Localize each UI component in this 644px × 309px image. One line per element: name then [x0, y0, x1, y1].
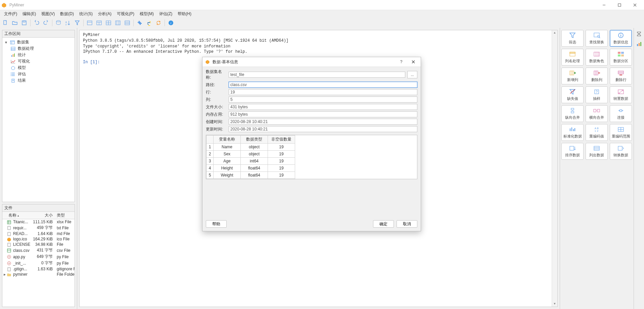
- menu-analysis[interactable]: 分析(A): [95, 10, 114, 17]
- input-file-size[interactable]: [229, 104, 417, 110]
- dialog-close-button[interactable]: [409, 57, 418, 67]
- variables-row[interactable]: 5Weightfloat6419: [206, 172, 295, 179]
- file-row[interactable]: _init_...0 字节py File: [2, 260, 75, 266]
- files-col-name[interactable]: 名称: [4, 213, 16, 218]
- toolbar-save-icon[interactable]: [20, 19, 28, 27]
- toolbar-info-icon[interactable]: i: [167, 19, 175, 27]
- dialog-cancel-button[interactable]: 取消: [397, 220, 417, 228]
- toolbar-template2-icon[interactable]: [95, 19, 103, 27]
- palette-sort-data[interactable]: 排序数据: [561, 143, 584, 160]
- palette-transpose[interactable]: 转置数据: [610, 86, 632, 103]
- toolbar-new-icon[interactable]: [1, 19, 9, 27]
- toolbar-filter-icon[interactable]: [73, 19, 81, 27]
- input-cols[interactable]: [229, 96, 417, 103]
- palette-filter[interactable]: 筛选: [561, 30, 584, 47]
- variables-row[interactable]: 4Heightfloat6419: [206, 165, 295, 172]
- palette-data-info[interactable]: 数据信息: [610, 30, 632, 47]
- input-created[interactable]: [229, 119, 417, 125]
- scroll-up-icon[interactable]: ▲: [552, 30, 557, 36]
- toolbar-plugin-icon[interactable]: [136, 19, 144, 27]
- file-row[interactable]: Titanic...111.15 KiBxlsx File: [2, 219, 75, 225]
- workspace-item-visual[interactable]: 可视化: [3, 58, 74, 65]
- palette-del-row[interactable]: 删除行: [610, 68, 632, 84]
- file-row[interactable]: logo.ico164.29 KiBico File: [2, 236, 75, 242]
- toolbar-open-icon[interactable]: [11, 19, 19, 27]
- workspace-item-stats[interactable]: 统计: [3, 52, 74, 58]
- input-mem-usage[interactable]: [229, 111, 417, 117]
- menu-data[interactable]: 数据(D): [57, 10, 77, 17]
- menu-stats[interactable]: 统计(S): [77, 10, 95, 17]
- chart-icon[interactable]: [635, 40, 643, 48]
- dialog-ok-button[interactable]: 确定: [373, 220, 394, 228]
- var-name: Age: [214, 158, 241, 165]
- files-col-type[interactable]: 类型: [55, 212, 75, 219]
- palette-recode-range[interactable]: 重编码范围: [610, 124, 632, 141]
- palette-standardize[interactable]: 标准化数据: [561, 124, 584, 141]
- palette-transform[interactable]: 转换数据: [610, 143, 632, 160]
- toolbar-database-icon[interactable]: [54, 19, 62, 27]
- window-maximize-button[interactable]: [612, 0, 627, 10]
- toolbar-template1-icon[interactable]: [86, 19, 94, 27]
- file-row[interactable]: requir...459 字节txt File: [2, 225, 75, 231]
- file-row[interactable]: app.py649 字节py File: [2, 254, 75, 260]
- palette-data-partition[interactable]: 数据分区: [610, 49, 632, 66]
- palette-find-replace[interactable]: 查找替换: [586, 30, 608, 47]
- palette-data-role[interactable]: 数据角色: [586, 49, 608, 66]
- palette-hmerge[interactable]: 横向合并: [586, 105, 608, 122]
- variables-row[interactable]: 1Nameobject19: [206, 144, 295, 151]
- toolbar-refresh-icon[interactable]: [154, 19, 163, 27]
- toolbar-grid2-icon[interactable]: [114, 19, 122, 27]
- window-close-button[interactable]: [627, 0, 643, 10]
- palette-add-col[interactable]: 新增列: [561, 68, 584, 84]
- palette-connect[interactable]: 连接: [610, 105, 632, 122]
- browse-button[interactable]: ...: [407, 71, 417, 78]
- toolbar-grid-icon[interactable]: [104, 19, 112, 27]
- palette-vmerge[interactable]: 纵向合并: [561, 105, 584, 122]
- palette-col-name[interactable]: 列名处理: [561, 49, 584, 66]
- file-icon: [7, 243, 12, 247]
- file-row[interactable]: class.csv431 字节csv File: [2, 247, 75, 254]
- workspace-item-eval[interactable]: 评估: [3, 71, 74, 77]
- menu-model[interactable]: 模型(M): [137, 10, 156, 17]
- window-minimize-button[interactable]: [596, 0, 612, 10]
- console-scrollbar[interactable]: ▲ ▼: [552, 30, 557, 307]
- scroll-down-icon[interactable]: ▼: [552, 301, 557, 307]
- toolbar-python-icon[interactable]: [145, 19, 153, 27]
- input-dataset-name[interactable]: [229, 72, 405, 78]
- window-titlebar: PyMiner: [0, 0, 644, 10]
- files-col-size[interactable]: 大小: [32, 212, 55, 219]
- file-row[interactable]: ▸pyminerFile Folder: [2, 272, 75, 277]
- palette-recode-val[interactable]: AB12重编码值: [586, 124, 608, 141]
- workspace-root[interactable]: ▾ 数据集: [3, 39, 74, 45]
- dialog-help-footer-button[interactable]: 帮助: [206, 220, 227, 228]
- menu-help[interactable]: 帮助(H): [175, 10, 194, 17]
- dialog-help-button[interactable]: ?: [397, 57, 406, 67]
- palette-missing[interactable]: 缺失值: [561, 86, 584, 103]
- toolbar-redo-icon[interactable]: [42, 19, 50, 27]
- menu-view[interactable]: 视图(V): [39, 10, 57, 17]
- chevron-down-icon[interactable]: ▾: [4, 40, 8, 45]
- file-row[interactable]: READ...1.64 KiBmd File: [2, 231, 75, 236]
- file-row[interactable]: .gitign...1.63 KiBgitignore Fi: [2, 266, 75, 272]
- palette-sample[interactable]: ?抽样: [586, 86, 608, 103]
- sigma-icon[interactable]: [635, 30, 643, 38]
- menu-file[interactable]: 文件(F): [1, 10, 20, 17]
- palette-list-data[interactable]: 列出数据: [586, 143, 608, 160]
- variables-row[interactable]: 2Sexobject19: [206, 151, 295, 158]
- input-rows[interactable]: [229, 89, 417, 95]
- workspace-item-results[interactable]: 结果: [3, 77, 74, 84]
- variables-row[interactable]: 3Ageint6419: [206, 158, 295, 165]
- input-updated[interactable]: [229, 126, 417, 132]
- workspace-item-processing[interactable]: 数据处理: [3, 45, 74, 52]
- workspace-item-model[interactable]: 模型: [3, 65, 74, 71]
- toolbar-sort-icon[interactable]: az: [64, 19, 72, 27]
- palette-del-col[interactable]: 删除列: [586, 68, 608, 84]
- data-role-icon: [593, 51, 600, 57]
- toolbar-rows-icon[interactable]: [123, 19, 131, 27]
- menu-eval[interactable]: 评估(Z): [156, 10, 175, 17]
- menu-visual[interactable]: 可视化(P): [114, 10, 137, 17]
- file-row[interactable]: LICENSE34.98 KiBFile: [2, 242, 75, 247]
- toolbar-undo-icon[interactable]: [33, 19, 41, 27]
- input-path[interactable]: [229, 82, 417, 88]
- menu-edit[interactable]: 编辑(E): [20, 10, 39, 17]
